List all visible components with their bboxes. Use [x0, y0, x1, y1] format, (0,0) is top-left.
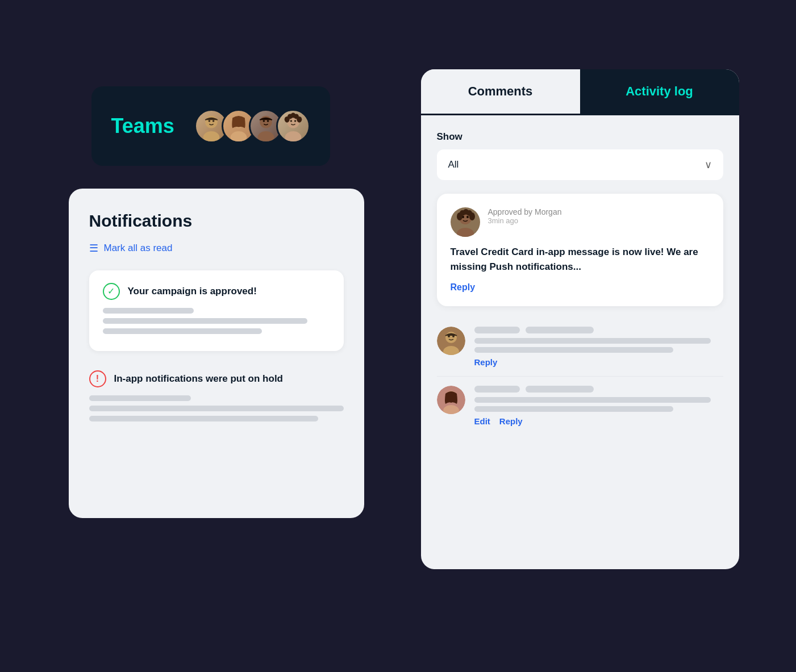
- notification-hold: ! In-app notifications were put on hold: [89, 358, 344, 439]
- comment-row-1: Reply: [437, 318, 723, 377]
- skeleton-body: [474, 406, 673, 412]
- svg-point-2: [208, 120, 210, 122]
- skeleton-name: [526, 327, 594, 333]
- warning-icon: !: [89, 370, 106, 387]
- svg-point-5: [230, 131, 247, 141]
- tabs-header: Comments Activity log: [421, 69, 739, 115]
- avatar-4: [276, 109, 310, 143]
- comment-row-1-content: Reply: [474, 327, 723, 367]
- skeleton-line: [103, 318, 307, 324]
- svg-point-22: [457, 228, 474, 237]
- avatar-group: [194, 109, 310, 143]
- notifications-card: Notifications ☰ Mark all as read ✓ Your …: [69, 189, 364, 518]
- teams-card: Teams: [91, 86, 330, 166]
- reply-button-large[interactable]: Reply: [451, 282, 476, 293]
- svg-point-1: [203, 131, 219, 141]
- svg-point-3: [212, 120, 214, 122]
- mark-all-read-label: Mark all as read: [104, 243, 173, 254]
- comment-actions-2: Edit Reply: [474, 416, 723, 426]
- skeleton-line: [89, 416, 318, 421]
- notification-approved: ✓ Your campaign is approved!: [89, 270, 344, 351]
- svg-point-29: [469, 212, 475, 220]
- teams-label: Teams: [111, 114, 177, 138]
- comments-panel: Comments Activity log Show All ∨: [421, 69, 739, 569]
- skeleton-line: [103, 328, 262, 334]
- comments-body: Show All ∨: [421, 115, 739, 452]
- mark-all-icon: ☰: [89, 242, 98, 254]
- dropdown-value: All: [448, 159, 459, 170]
- chevron-down-icon: ∨: [705, 158, 712, 171]
- show-label: Show: [437, 131, 723, 143]
- svg-point-24: [466, 216, 469, 218]
- svg-point-20: [297, 116, 302, 122]
- comment-row-2-content: Edit Reply: [474, 386, 723, 426]
- mark-all-read-button[interactable]: ☰ Mark all as read: [89, 242, 344, 254]
- tab-activity[interactable]: Activity log: [580, 69, 739, 115]
- svg-point-9: [257, 131, 274, 141]
- skeleton-name: [526, 386, 594, 393]
- comment-actions-1: Reply: [474, 357, 723, 367]
- comment-header: Approved by Morgan 3min ago: [451, 207, 710, 237]
- notifications-title: Notifications: [89, 211, 344, 231]
- comment-avatar-morgan: [451, 207, 480, 237]
- comment-skeleton-name: [474, 327, 723, 333]
- comment-row-2: Edit Reply: [437, 377, 723, 435]
- reply-button-2[interactable]: Reply: [499, 416, 523, 426]
- skeleton-lines-hold: [89, 395, 344, 421]
- svg-point-11: [266, 120, 269, 122]
- notification-approved-text: Your campaign is approved!: [128, 286, 257, 297]
- skeleton-line: [89, 406, 344, 411]
- skeleton-body: [474, 347, 673, 353]
- svg-point-10: [262, 120, 265, 122]
- skeleton-line: [103, 308, 194, 314]
- skeleton-name: [474, 386, 520, 393]
- comment-skeleton-name-2: [474, 386, 723, 393]
- comment-time: 3min ago: [488, 216, 710, 225]
- small-avatar-1: [437, 327, 465, 355]
- skeleton-body: [474, 397, 711, 403]
- skeleton-name: [474, 327, 520, 333]
- notification-hold-text: In-app notifications were put on hold: [114, 373, 283, 385]
- skeleton-body: [474, 338, 711, 344]
- comment-body-text: Travel Credit Card in-app message is now…: [451, 245, 710, 275]
- skeleton-lines-approved: [103, 308, 330, 334]
- edit-button-2[interactable]: Edit: [474, 416, 490, 426]
- svg-point-15: [294, 120, 296, 122]
- svg-point-14: [290, 120, 292, 122]
- comment-card-large: Approved by Morgan 3min ago Travel Credi…: [437, 194, 723, 307]
- check-icon: ✓: [103, 283, 120, 300]
- reply-button-1[interactable]: Reply: [474, 357, 498, 367]
- svg-point-13: [285, 131, 301, 141]
- show-dropdown[interactable]: All ∨: [437, 149, 723, 180]
- tab-comments[interactable]: Comments: [421, 69, 580, 115]
- comment-meta: Approved by Morgan 3min ago: [488, 207, 710, 225]
- comment-author: Approved by Morgan: [488, 207, 710, 216]
- small-avatar-2: [437, 386, 465, 414]
- skeleton-line: [89, 395, 191, 401]
